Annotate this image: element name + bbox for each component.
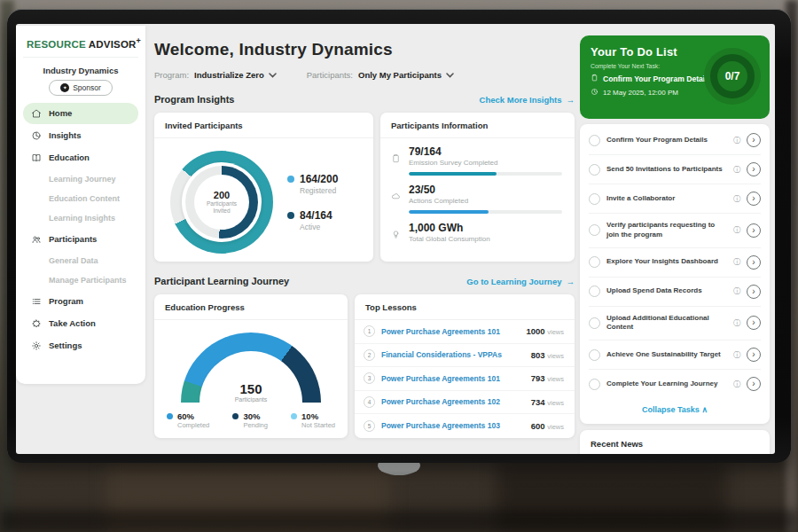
progress-bar (409, 210, 562, 214)
checkbox-icon[interactable] (589, 256, 600, 268)
participants-dropdown[interactable]: Only My Participants (358, 70, 454, 80)
screen: RESOURCE ADVISOR+ Industry Dynamics ✦ Sp… (16, 24, 775, 454)
clock-icon (591, 88, 598, 98)
chevron-right-icon[interactable]: › (747, 285, 761, 299)
task-row[interactable]: Explore Your Insights Dashboard ⓘ › (589, 248, 761, 278)
sidebar-item-home[interactable]: Home (23, 103, 138, 124)
stat-actions-completed: 23/50 Actions Completed (391, 184, 562, 214)
program-dropdown-value: Industrialize Zero (194, 70, 264, 80)
lesson-link[interactable]: Financial Considerations - VPPAs (381, 350, 502, 359)
info-icon: ⓘ (733, 379, 740, 389)
chevron-right-icon[interactable]: › (747, 255, 761, 270)
sidebar-item-label: Take Action (49, 318, 96, 328)
todo-column: Your To Do List Complete Your Next Task:… (580, 35, 770, 454)
link-label: Go to Learning Journey (466, 277, 561, 286)
lesson-row[interactable]: 3Power Purchase Agreements 101 793 views (355, 367, 575, 391)
lesson-rank: 2 (364, 349, 375, 361)
task-row[interactable]: Complete Your Learning Journey ⓘ › (589, 370, 761, 398)
chevron-right-icon[interactable]: › (747, 316, 761, 330)
checkbox-icon[interactable] (589, 224, 600, 236)
checkbox-icon[interactable] (589, 286, 600, 297)
legend-not-started: 10% Not Started (291, 411, 335, 429)
monitor-bezel: RESOURCE ADVISOR+ Industry Dynamics ✦ Sp… (7, 9, 791, 463)
check-more-insights-link[interactable]: Check More Insights → (480, 95, 575, 105)
legend-dot (291, 413, 297, 419)
sidebar-item-learning-insights[interactable]: Learning Insights (23, 208, 138, 228)
sidebar-item-participants[interactable]: Participants (23, 229, 138, 250)
gear-icon (30, 340, 42, 351)
lesson-row[interactable]: 4Power Purchase Agreements 102 734 views (355, 391, 575, 415)
checkbox-icon[interactable] (589, 164, 600, 176)
program-filter: Program: Industrialize Zero (154, 70, 277, 80)
lesson-link[interactable]: Power Purchase Agreements 101 (381, 374, 500, 383)
chevron-right-icon[interactable]: › (747, 348, 761, 362)
sponsor-badge[interactable]: ✦ Sponsor (49, 80, 113, 96)
learning-journey-header: Participant Learning Journey Go to Learn… (154, 276, 575, 286)
sidebar-item-learning-journey[interactable]: Learning Journey (23, 169, 138, 189)
task-row[interactable]: Achieve One Sustainability Target ⓘ › (589, 340, 761, 370)
checkbox-icon[interactable] (589, 317, 600, 329)
info-icon: ⓘ (733, 257, 740, 267)
sidebar-item-program[interactable]: Program (23, 291, 138, 312)
lesson-row[interactable]: 1Power Purchase Agreements 101 1000 view… (355, 320, 575, 344)
chevron-right-icon[interactable]: › (747, 223, 761, 238)
lesson-link[interactable]: Power Purchase Agreements 103 (381, 421, 500, 430)
task-row[interactable]: Invite a Collaborator ⓘ › (589, 184, 761, 214)
lesson-rank: 4 (364, 396, 375, 408)
chevron-right-icon[interactable]: › (747, 133, 761, 147)
progress-bar (409, 172, 562, 176)
sidebar-item-take-action[interactable]: Take Action (23, 313, 138, 334)
insights-cards-row: Invited Participants 200 Participants In… (154, 113, 575, 262)
todo-summary-panel: Your To Do List Complete Your Next Task:… (580, 35, 770, 119)
recent-news-card: Recent News (580, 430, 770, 454)
lesson-link[interactable]: Power Purchase Agreements 101 (381, 327, 500, 336)
card-title: Education Progress (154, 294, 348, 320)
sidebar-item-education-content[interactable]: Education Content (23, 189, 138, 208)
chevron-right-icon[interactable]: › (747, 377, 761, 391)
lesson-row[interactable]: 2Financial Considerations - VPPAs 803 vi… (355, 344, 575, 368)
checkbox-icon[interactable] (589, 193, 600, 205)
task-row[interactable]: Verify participants requesting to join t… (589, 214, 761, 248)
info-icon: ⓘ (733, 165, 740, 175)
chevron-right-icon[interactable]: › (747, 162, 761, 176)
main-content: Welcome, Industry Dynamics Program: Indu… (154, 24, 575, 454)
sidebar-item-manage-participants[interactable]: Manage Participants (23, 270, 138, 290)
card-title: Invited Participants (154, 113, 373, 138)
link-label: Check More Insights (480, 95, 562, 105)
info-icon: ⓘ (733, 318, 740, 328)
sidebar-item-settings[interactable]: Settings (23, 335, 138, 356)
burst-icon (30, 317, 42, 329)
info-icon: ⓘ (733, 225, 740, 235)
people-icon (30, 233, 42, 245)
go-to-learning-journey-link[interactable]: Go to Learning Journey → (466, 277, 575, 286)
collapse-tasks-link[interactable]: Collapse Tasks ∧ (589, 398, 761, 422)
donut-center-label: 200 Participants Invited (170, 151, 273, 254)
legend-dot (287, 212, 294, 219)
task-row[interactable]: Confirm Your Program Details ⓘ › (589, 126, 761, 155)
sidebar-item-insights[interactable]: Insights (23, 125, 138, 146)
task-row[interactable]: Upload Additional Educational Content ⓘ … (589, 307, 761, 341)
gauge-legend: 60% Completed 30% Pending (154, 403, 348, 429)
lesson-row[interactable]: 5Power Purchase Agreements 103 600 views (355, 414, 575, 438)
gauge-center-label: 150 Participants (181, 381, 321, 403)
task-row[interactable]: Upload Spend Data Records ⓘ › (589, 278, 761, 307)
task-row[interactable]: Send 50 Invitations to Participants ⓘ › (589, 155, 761, 184)
cloud-icon (391, 189, 402, 205)
checkbox-icon[interactable] (589, 379, 600, 390)
checkbox-icon[interactable] (589, 135, 600, 146)
info-icon: ⓘ (733, 286, 740, 296)
program-dropdown[interactable]: Industrialize Zero (194, 70, 277, 80)
sidebar-item-label: Insights (49, 130, 81, 140)
legend-completed: 60% Completed (167, 411, 209, 429)
invited-donut-chart: 200 Participants Invited (170, 151, 273, 254)
checkbox-icon[interactable] (589, 349, 600, 361)
donut-legend: 164/200 Registered 84/164 Active (287, 173, 338, 231)
lesson-link[interactable]: Power Purchase Agreements 102 (381, 397, 500, 406)
invited-participants-card: Invited Participants 200 Participants In… (154, 113, 373, 262)
chevron-right-icon[interactable]: › (747, 192, 761, 206)
filters-bar: Program: Industrialize Zero Participants… (154, 70, 575, 80)
sidebar-item-education[interactable]: Education (23, 147, 138, 168)
top-lessons-card: Top Lessons 1Power Purchase Agreements 1… (355, 294, 575, 438)
sidebar-item-general-data[interactable]: General Data (23, 251, 138, 270)
card-title: Top Lessons (355, 294, 575, 320)
